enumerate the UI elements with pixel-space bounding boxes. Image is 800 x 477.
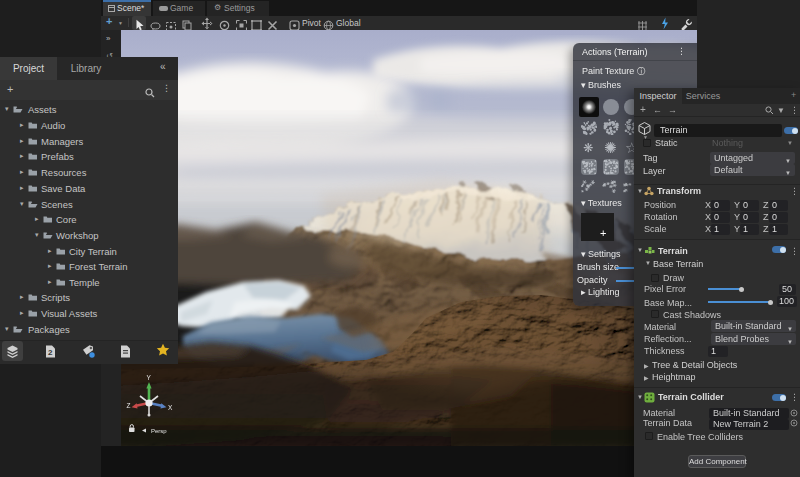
svg-text:2: 2 [48, 348, 53, 357]
svg-text:X: X [168, 404, 173, 411]
svg-text:Y: Y [146, 375, 151, 381]
svg-text:Z: Z [127, 402, 131, 409]
svg-text:Persp: Persp [151, 428, 167, 434]
